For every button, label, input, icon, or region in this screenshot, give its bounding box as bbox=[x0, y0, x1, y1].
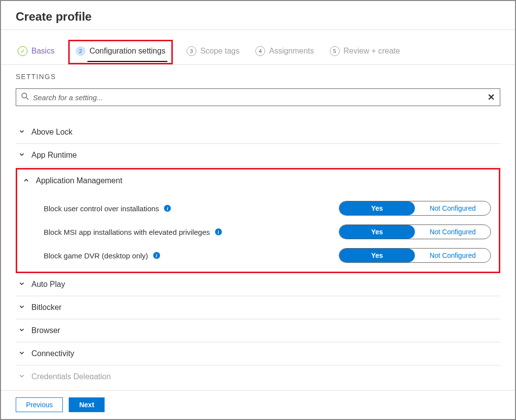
setting-label: Block game DVR (desktop only) bbox=[44, 252, 148, 260]
svg-point-0 bbox=[22, 93, 27, 98]
tab-configuration-settings[interactable]: 2 Configuration settings bbox=[74, 42, 167, 62]
search-icon bbox=[21, 92, 29, 102]
toggle-option-yes[interactable]: Yes bbox=[339, 225, 415, 239]
footer: Previous Next bbox=[1, 390, 515, 419]
chevron-down-icon bbox=[18, 372, 25, 379]
page-title: Create profile bbox=[1, 1, 515, 30]
category-label: Bitlocker bbox=[31, 303, 61, 312]
category-credentials-delegation[interactable]: Credentials Delegation bbox=[16, 365, 500, 379]
tab-review-create[interactable]: 5 Review + create bbox=[328, 42, 402, 62]
category-above-lock[interactable]: Above Lock bbox=[16, 121, 500, 144]
toggle-block-game-dvr[interactable]: Yes Not Configured bbox=[339, 248, 491, 263]
chevron-down-icon bbox=[18, 280, 25, 289]
category-label: Browser bbox=[31, 326, 60, 335]
setting-block-game-dvr: Block game DVR (desktop only) i Yes Not … bbox=[20, 239, 496, 263]
close-icon[interactable]: ✕ bbox=[488, 92, 495, 103]
tab-label: Review + create bbox=[344, 47, 400, 56]
setting-block-msi: Block MSI app installations with elevate… bbox=[20, 216, 496, 239]
chevron-down-icon bbox=[18, 349, 25, 358]
step-badge: 3 bbox=[187, 46, 196, 56]
info-icon[interactable]: i bbox=[164, 205, 171, 212]
info-icon[interactable]: i bbox=[215, 228, 222, 235]
category-label: Above Lock bbox=[31, 128, 73, 137]
previous-button[interactable]: Previous bbox=[16, 397, 63, 412]
toggle-option-not-configured[interactable]: Not Configured bbox=[415, 201, 490, 215]
toggle-option-not-configured[interactable]: Not Configured bbox=[415, 225, 490, 239]
step-badge: 5 bbox=[330, 46, 340, 56]
svg-line-1 bbox=[27, 98, 29, 100]
category-connectivity[interactable]: Connectivity bbox=[16, 342, 500, 365]
setting-label: Block user control over installations bbox=[44, 204, 159, 213]
category-label: Application Management bbox=[36, 176, 122, 185]
tab-scope-tags[interactable]: 3 Scope tags bbox=[185, 42, 242, 62]
wizard-tabs: ✓ Basics 2 Configuration settings 3 Scop… bbox=[1, 30, 515, 65]
chevron-down-icon bbox=[18, 303, 25, 312]
category-label: Credentials Delegation bbox=[31, 372, 111, 379]
toggle-option-yes[interactable]: Yes bbox=[339, 249, 415, 262]
step-badge: 4 bbox=[255, 46, 265, 56]
chevron-down-icon bbox=[18, 128, 25, 137]
next-button[interactable]: Next bbox=[69, 397, 104, 412]
category-auto-play[interactable]: Auto Play bbox=[16, 273, 500, 296]
category-app-runtime[interactable]: App Runtime bbox=[16, 144, 500, 167]
content-area: SETTINGS ✕ Above Lock App Runtime Applic… bbox=[1, 65, 515, 382]
chevron-up-icon bbox=[22, 176, 29, 185]
category-label: App Runtime bbox=[31, 151, 77, 160]
tab-label: Assignments bbox=[269, 47, 314, 56]
toggle-block-user-control[interactable]: Yes Not Configured bbox=[339, 201, 491, 216]
toggle-block-msi[interactable]: Yes Not Configured bbox=[339, 224, 491, 239]
info-icon[interactable]: i bbox=[153, 252, 160, 259]
category-label: Auto Play bbox=[31, 280, 65, 289]
annotation-highlight: 2 Configuration settings bbox=[68, 40, 173, 64]
toggle-option-yes[interactable]: Yes bbox=[339, 201, 415, 215]
annotation-highlight: Application Management Block user contro… bbox=[16, 168, 500, 273]
section-heading: SETTINGS bbox=[16, 73, 500, 81]
category-application-management[interactable]: Application Management bbox=[20, 169, 496, 192]
step-badge: 2 bbox=[76, 46, 85, 56]
toggle-option-not-configured[interactable]: Not Configured bbox=[415, 249, 490, 262]
tab-label: Basics bbox=[31, 47, 54, 56]
chevron-down-icon bbox=[18, 326, 25, 335]
tab-basics[interactable]: ✓ Basics bbox=[16, 42, 56, 62]
category-label: Connectivity bbox=[31, 349, 74, 358]
search-container: ✕ bbox=[16, 88, 500, 106]
setting-label: Block MSI app installations with elevate… bbox=[44, 228, 210, 236]
category-bitlocker[interactable]: Bitlocker bbox=[16, 296, 500, 319]
search-input[interactable] bbox=[33, 93, 488, 102]
tab-label: Scope tags bbox=[200, 47, 240, 56]
setting-block-user-control: Block user control over installations i … bbox=[20, 192, 496, 216]
category-browser[interactable]: Browser bbox=[16, 319, 500, 342]
tab-assignments[interactable]: 4 Assignments bbox=[253, 42, 316, 62]
checkmark-icon: ✓ bbox=[18, 46, 27, 56]
tab-label: Configuration settings bbox=[89, 47, 165, 56]
chevron-down-icon bbox=[18, 151, 25, 160]
